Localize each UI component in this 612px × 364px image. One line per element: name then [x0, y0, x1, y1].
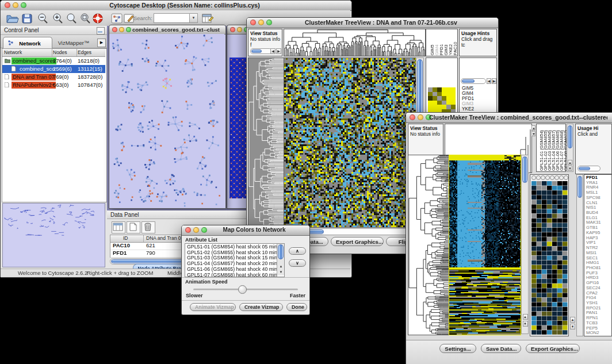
- map-colors-title-bar[interactable]: Map Colors to Network: [182, 225, 309, 236]
- minimize-icon[interactable]: [418, 114, 423, 120]
- scroll-up-icon[interactable]: ▲: [568, 160, 572, 165]
- tv1-zoom-scrollbar[interactable]: [461, 78, 486, 84]
- tv1-similarity-matrix[interactable]: [428, 87, 456, 114]
- tv2-collabel-vscrollbar[interactable]: ▲ ▼: [567, 124, 573, 172]
- tv1-column-labels[interactable]: GIM5GIM4PFD1GIM3YKE2PAC10: [426, 29, 458, 56]
- treeview-dna-title-bar[interactable]: ClusterMaker TreeView : DNA and Tran 07-…: [247, 18, 498, 28]
- tv2-gene-vscrollbar[interactable]: [576, 174, 583, 336]
- minimize-icon[interactable]: [193, 227, 199, 233]
- tv1-column-dendrogram[interactable]: [284, 29, 426, 56]
- search-input[interactable]: [154, 13, 190, 23]
- minimize-icon[interactable]: [119, 27, 124, 32]
- network-row[interactable]: RNAPuberNov2+563(0)107847(0): [2, 81, 105, 89]
- tv2-gene-labels[interactable]: PFD1YRA1RNR4MSL1SPC98CLN1NIS1BUD4ELG1MAK…: [585, 175, 612, 336]
- close-icon[interactable]: [410, 114, 415, 120]
- col-edges[interactable]: Edges: [78, 49, 91, 55]
- minimize-icon[interactable]: [13, 2, 18, 8]
- save-icon[interactable]: [20, 12, 34, 25]
- tv1-status-scrollbar[interactable]: [250, 48, 272, 54]
- scroll-up-icon[interactable]: ▲: [570, 317, 575, 323]
- gene-label[interactable]: MON2: [586, 331, 599, 336]
- main-title-bar[interactable]: Cytoscape Desktop (Session Name: collins…: [1, 1, 351, 11]
- animate-vizmap-button[interactable]: Animate Vizmap: [190, 303, 236, 311]
- col-nodes[interactable]: Nodes: [53, 49, 67, 55]
- zoom-fit-icon[interactable]: [79, 12, 93, 25]
- new-attribute-icon[interactable]: [127, 221, 140, 233]
- scroll-up-icon[interactable]: ▲: [278, 264, 284, 269]
- network-row[interactable]: combined_scores2764(0)16218(0): [2, 57, 105, 65]
- tv2-column-labels[interactable]: GPL51-01 (GSM854)GPL51-02 (GSM855)GPL51-…: [536, 124, 566, 172]
- open-file-icon[interactable]: [5, 12, 19, 25]
- scroll-down-icon[interactable]: ▼: [278, 270, 284, 275]
- scroll-down-icon[interactable]: ▼: [531, 131, 536, 136]
- treeview-combined-title-bar[interactable]: ClusterMaker TreeView : combined_scores_…: [406, 113, 612, 123]
- attribute-browser-icon[interactable]: [201, 12, 215, 25]
- id-header[interactable]: ID: [123, 235, 128, 241]
- float-panel-icon[interactable]: [97, 27, 105, 35]
- network-row[interactable]: combined_sco2569(6)13112(15): [2, 65, 105, 73]
- tv1-row-dendrogram[interactable]: [248, 58, 285, 228]
- close-icon[interactable]: [230, 27, 235, 32]
- network-canvas[interactable]: [109, 34, 224, 207]
- minimize-icon[interactable]: [258, 20, 264, 25]
- attribute-list[interactable]: GPL51-01 (GSM854) heat shock 05 minGPL51…: [185, 243, 285, 277]
- scroll-thumb[interactable]: [251, 49, 262, 53]
- tv1-column-label[interactable]: PAC10: [453, 42, 458, 55]
- vscroll-thumb[interactable]: [577, 176, 582, 198]
- tab-network[interactable]: Network: [3, 37, 52, 48]
- done-button[interactable]: Done: [286, 303, 307, 311]
- scroll-thumb[interactable]: [462, 79, 475, 83]
- scroll-right-icon[interactable]: ▶: [276, 48, 281, 54]
- vscroll-thumb[interactable]: [568, 125, 572, 148]
- scroll-thumb[interactable]: [579, 167, 590, 170]
- select-attributes-icon[interactable]: [112, 221, 125, 233]
- tv2-hints-scrollbar[interactable]: [577, 166, 600, 171]
- zoom-out-icon[interactable]: [36, 12, 50, 25]
- scroll-right-icon[interactable]: ▶: [492, 78, 496, 84]
- network-row[interactable]: DNA and Tran 07769(0)183728(0): [2, 73, 105, 81]
- minimize-icon[interactable]: [237, 27, 242, 32]
- zoom-selected-icon[interactable]: [65, 12, 79, 25]
- help-ring-icon[interactable]: [91, 12, 105, 25]
- network-view-title-bar[interactable]: combined_scores_good.txt--cluste...: [109, 25, 225, 35]
- tv1-export-graphics-button[interactable]: Export Graphics...: [331, 237, 384, 246]
- close-icon[interactable]: [250, 20, 256, 25]
- zoom-in-icon[interactable]: [51, 12, 65, 25]
- close-icon[interactable]: [112, 27, 117, 32]
- scroll-left-icon[interactable]: ◀: [487, 78, 491, 84]
- tv2-save-data-button[interactable]: Save Data...: [481, 344, 521, 353]
- close-icon[interactable]: [5, 2, 10, 8]
- tv2-export-graphics-button[interactable]: Export Graphics...: [526, 344, 580, 353]
- tv2-row-dendrogram[interactable]: [408, 155, 449, 335]
- tv2-global-heatmap[interactable]: [449, 155, 521, 335]
- vscroll-thumb[interactable]: [278, 244, 284, 259]
- scroll-up-icon[interactable]: ▲: [523, 314, 528, 320]
- attribute-list-scrollbar[interactable]: ▲ ▼: [277, 244, 284, 275]
- slider-thumb[interactable]: [238, 285, 247, 294]
- dense-network-canvas[interactable]: [230, 58, 247, 198]
- scroll-left-icon[interactable]: ◀: [270, 48, 276, 54]
- scroll-up-icon[interactable]: ▲: [531, 125, 536, 131]
- col-network[interactable]: Network: [4, 49, 22, 55]
- tv1-global-heatmap[interactable]: [284, 58, 417, 228]
- create-vizmap-button[interactable]: Create Vizmap: [239, 303, 283, 311]
- vscroll-thumb[interactable]: [522, 156, 527, 183]
- tv2-zoom-heatmap[interactable]: [531, 181, 568, 335]
- close-icon[interactable]: [185, 227, 191, 233]
- tv2-heatmap-vscrollbar[interactable]: ▲ ▼: [521, 155, 529, 334]
- tab-overflow-button[interactable]: ▶: [97, 39, 106, 47]
- tv2-settings-button[interactable]: Settings...: [439, 344, 476, 353]
- network-overview-canvas[interactable]: [2, 203, 105, 267]
- search-dropdown-icon[interactable]: ▼: [189, 13, 198, 23]
- delete-attribute-icon[interactable]: [141, 221, 155, 233]
- zoom-window-icon[interactable]: [126, 27, 131, 32]
- scroll-down-icon[interactable]: ▼: [523, 321, 528, 327]
- tab-vizmapper[interactable]: VizMapper™: [51, 37, 96, 48]
- scroll-down-icon[interactable]: ▼: [570, 324, 575, 329]
- move-up-button[interactable]: ∧: [289, 247, 306, 255]
- attribute-item[interactable]: GPL51-07 (GSM868) heat shock 60 min: [185, 273, 275, 277]
- tv2-zoom-panel[interactable]: [530, 174, 569, 336]
- move-down-button[interactable]: ∨: [289, 259, 306, 267]
- network-overview-icon[interactable]: [110, 12, 124, 25]
- scroll-down-icon[interactable]: ▼: [568, 166, 572, 171]
